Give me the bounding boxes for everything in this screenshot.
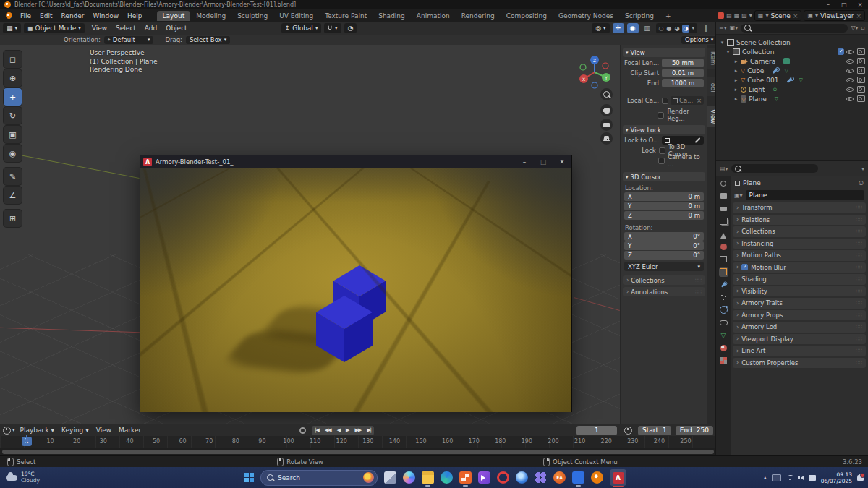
workspace-tab-uv-editing[interactable]: UV Editing [273,11,319,21]
panel-checkbox[interactable] [741,264,748,270]
outliner-display-mode-icon[interactable]: ≡▾ [719,25,727,31]
tab-viewlayer-icon[interactable] [719,217,728,226]
view-panel-header[interactable]: ▾View [623,48,705,57]
notifications-bell-icon[interactable] [857,474,864,481]
tab-physics-icon[interactable] [719,305,728,314]
editors-icon[interactable]: ▤ [726,12,732,19]
viewport-menu-add[interactable]: Add [140,25,161,32]
panel-relations[interactable]: ›Relations∷∷ [733,215,866,226]
opera-browser-icon[interactable] [497,471,509,484]
tab-object-icon[interactable] [719,267,728,277]
eye-icon[interactable] [846,95,854,102]
jump-to-start-button[interactable]: |◀ [312,427,322,433]
clip-start-field[interactable]: 0.01 m [662,69,704,77]
editor-type-selector[interactable]: ▦▾ [3,23,21,33]
eye-icon[interactable] [846,48,854,55]
display-tray-icon[interactable] [772,474,781,481]
tab-material-icon[interactable] [719,343,728,353]
workspace-tab-scripting[interactable]: Scripting [619,11,660,21]
cursor-rotation-x[interactable]: X0° [624,232,704,241]
wifi-icon[interactable] [786,475,793,481]
eye-icon[interactable] [846,86,854,93]
eye-icon[interactable] [846,58,854,64]
visibility-dropdown[interactable]: ◎▾ [592,23,609,33]
timeline-ruler[interactable]: 1020304050607080901001101201301401501601… [0,436,716,448]
folder-icon[interactable]: ▨ [741,12,747,19]
media-app-icon[interactable] [478,471,490,484]
eye-icon[interactable] [846,67,854,74]
blue-app-icon[interactable] [572,471,584,484]
timeline-editor-icon[interactable] [3,427,11,435]
navigation-gizmo[interactable]: Z X Y [574,51,615,91]
drag-setting-dropdown[interactable]: Select Box ▾ [186,36,230,44]
material-shading-icon[interactable]: ◕ [674,25,681,32]
viewport-menu-object[interactable]: Object [161,25,191,32]
eye-icon[interactable] [846,77,854,83]
window-icon[interactable]: ▦ [734,12,740,19]
camera-to-view-checkbox[interactable] [658,158,665,164]
armory-title-bar[interactable]: A Armory-Blender-Test-_01_ – □ ✕ [140,155,571,168]
panel-line-art[interactable]: ›Line Art∷∷ [733,346,866,356]
panel-shading[interactable]: ›Shading∷∷ [733,274,866,285]
workspace-tab-shading[interactable]: Shading [373,11,411,21]
panel-annotations[interactable]: ›Annotations∷∷ [623,287,705,296]
timeline-menu-marker[interactable]: Marker [115,427,145,434]
clip-end-field[interactable]: 1000 m [662,79,704,87]
tray-folder-icon[interactable] [809,475,816,481]
pause-button[interactable]: ‖ [700,23,712,33]
camera-toggle-icon[interactable] [857,67,865,74]
panel-instancing[interactable]: ›Instancing∷∷ [733,239,866,249]
blender-taskbar-icon[interactable] [591,471,603,484]
weather-widget[interactable]: 19°CCloudy [6,471,40,484]
menu-render[interactable]: Render [57,12,89,20]
zoom-button[interactable] [600,88,613,100]
view-lock-panel-header[interactable]: ▾View Lock [623,125,705,134]
local-camera-checkbox[interactable] [662,98,668,104]
transform-tool[interactable]: ◉ [4,145,22,162]
show-overlays-toggle[interactable]: ◉ [627,23,639,33]
scale-tool[interactable]: ▣ [4,126,22,143]
properties-editor-icon[interactable]: ▤▾ [720,166,728,172]
play-button[interactable]: ▶ [343,427,352,433]
cursor-tool[interactable]: ⊕ [4,69,22,87]
chevron-down-icon[interactable]: ▾ [691,25,695,31]
armory-maximize-button[interactable]: □ [534,155,553,168]
clock-widget[interactable]: 09:13 06/07/2025 [821,471,852,484]
panel-armory-traits[interactable]: ›Armory Traits∷∷ [733,298,866,309]
frame-start-field[interactable]: Start1 [638,426,671,435]
move-tool[interactable]: + [4,88,22,106]
snapping-toggle[interactable]: ∩▾ [324,23,341,33]
solid-shading-icon[interactable]: ● [666,25,673,32]
outliner-row-camera[interactable]: ▸ Camera [716,56,868,66]
outliner-row-scene-collection[interactable]: ▾ Scene Collection [716,38,868,47]
viewport-menu-view[interactable]: View [88,25,111,32]
tab-modifiers-icon[interactable] [719,280,728,289]
properties-options-icon[interactable]: ▾ [861,166,864,172]
panel-armory-lod[interactable]: ›Armory Lod∷∷ [733,322,866,333]
panel-motion-paths[interactable]: ›Motion Paths∷∷ [733,250,866,261]
panel-transform[interactable]: ›Transform∷∷ [733,202,866,213]
perspective-toggle-button[interactable] [600,132,613,145]
proportional-editing-toggle[interactable]: ◔ [344,23,357,33]
camera-toggle-icon[interactable] [857,58,865,64]
armory-player-window[interactable]: A Armory-Blender-Test-_01_ – □ ✕ [140,155,572,412]
outliner-row-light[interactable]: ▸ Light ⊙ [716,85,868,94]
tab-object-data-icon[interactable]: ▽ [719,330,728,340]
menu-file[interactable]: File [16,12,35,20]
ea-app-icon[interactable]: EA [553,471,566,484]
timeline-scrollbar[interactable] [0,448,716,455]
collection-checkbox[interactable] [838,48,844,55]
menu-window[interactable]: Window [89,12,124,20]
workspace-tab-modeling[interactable]: Modeling [190,11,231,21]
armory-minimize-button[interactable]: – [515,155,534,168]
cursor-rotation-z[interactable]: Z0° [624,251,704,260]
tab-texture-icon[interactable] [719,356,728,365]
rotation-mode-dropdown[interactable]: XYZ Euler▾ [624,262,704,271]
play-reverse-button[interactable]: ◀ [334,427,343,433]
workspace-tab-layout[interactable]: Layout [157,11,191,21]
current-frame-field[interactable]: 1 [576,426,617,435]
outliner-filter-icon[interactable]: ▣▾ [730,25,739,31]
outliner-row-cube[interactable]: ▸▽ Cube ▽ [716,66,868,75]
viewport-menu-select[interactable]: Select [111,25,140,32]
camera-view-button[interactable] [600,119,613,131]
